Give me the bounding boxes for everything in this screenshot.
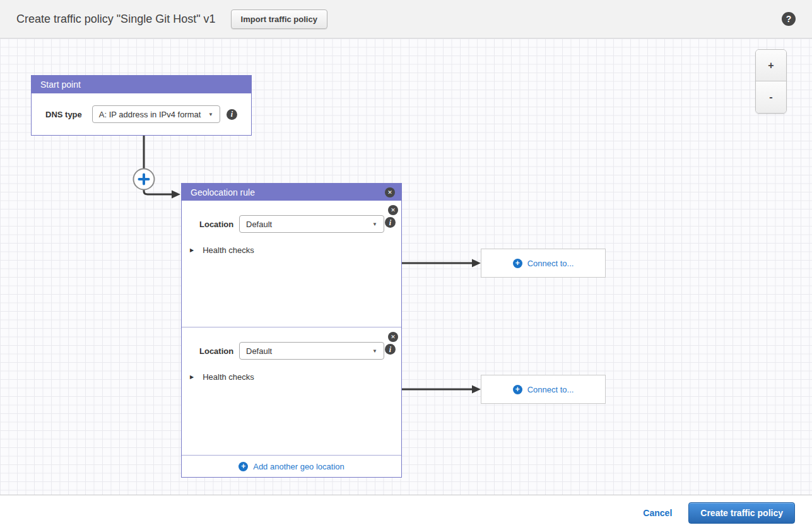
dns-type-select[interactable]: A: IP address in IPv4 format ▼ — [92, 105, 220, 123]
add-geo-location-button[interactable]: + Add another geo location — [182, 455, 401, 477]
connect-to-label: Connect to... — [527, 385, 574, 394]
geolocation-rule-header: Geolocation rule ✕ — [182, 184, 401, 201]
location-selected-value: Default — [246, 220, 272, 229]
plus-icon: + — [238, 462, 248, 471]
policy-editor-canvas: + - Start point DNS type A: IP address i… — [0, 38, 812, 495]
start-point-node: Start point DNS type A: IP address in IP… — [31, 75, 252, 136]
location-label: Location — [199, 220, 239, 229]
import-traffic-policy-button[interactable]: Import traffic policy — [231, 9, 327, 29]
remove-rule-icon[interactable]: ✕ — [385, 187, 395, 197]
connect-to-label: Connect to... — [527, 259, 574, 268]
geo-location-section: ✕ Location Default ▼ i ▶ Health checks — [182, 201, 401, 327]
health-checks-label: Health checks — [203, 372, 254, 382]
expander-triangle-icon: ▶ — [190, 247, 194, 253]
start-point-title: Start point — [40, 80, 81, 90]
add-geo-location-label: Add another geo location — [253, 462, 344, 471]
dns-type-info-icon[interactable]: i — [227, 109, 237, 120]
dns-type-selected-value: A: IP address in IPv4 format — [99, 110, 201, 119]
location-label: Location — [199, 346, 239, 356]
location-selected-value: Default — [246, 346, 272, 356]
chevron-down-icon: ▼ — [208, 112, 213, 117]
remove-location-icon[interactable]: ✕ — [388, 332, 398, 342]
zoom-in-button[interactable]: + — [756, 50, 786, 81]
plus-icon: + — [513, 385, 522, 394]
cancel-button[interactable]: Cancel — [643, 508, 672, 518]
location-select[interactable]: Default ▼ — [239, 215, 384, 233]
dns-type-label: DNS type — [45, 110, 82, 119]
help-icon[interactable]: ? — [782, 12, 796, 26]
remove-location-icon[interactable]: ✕ — [388, 205, 398, 215]
arrowhead-icon — [472, 259, 481, 268]
zoom-out-button[interactable]: - — [756, 81, 786, 113]
plus-icon: + — [513, 259, 522, 268]
health-checks-expander[interactable]: ▶ Health checks — [190, 372, 254, 382]
create-traffic-policy-button[interactable]: Create traffic policy — [688, 502, 795, 524]
add-rule-connector-button[interactable] — [134, 169, 155, 190]
geolocation-rule-node: Geolocation rule ✕ ✕ Location Default ▼ … — [181, 183, 402, 478]
arrowhead-icon — [472, 386, 481, 394]
connect-to-box[interactable]: + Connect to... — [481, 375, 606, 404]
expander-triangle-icon: ▶ — [190, 374, 194, 380]
health-checks-expander[interactable]: ▶ Health checks — [190, 245, 254, 255]
start-point-body: DNS type A: IP address in IPv4 format ▼ … — [32, 93, 251, 135]
canvas-zoom-control: + - — [755, 49, 787, 114]
location-select[interactable]: Default ▼ — [239, 342, 384, 360]
location-info-icon[interactable]: i — [385, 344, 396, 355]
chevron-down-icon: ▼ — [372, 221, 377, 227]
page-title: Create traffic policy "Single Git Host" … — [16, 13, 216, 26]
arrowhead-icon — [172, 191, 180, 199]
location-info-icon[interactable]: i — [385, 217, 396, 228]
connector-line — [144, 190, 172, 194]
geolocation-rule-title: Geolocation rule — [191, 187, 255, 197]
geo-location-section: ✕ Location Default ▼ i ▶ Health checks — [182, 327, 401, 455]
top-header-bar: Create traffic policy "Single Git Host" … — [0, 0, 812, 38]
start-point-header: Start point — [32, 76, 251, 93]
connect-to-box[interactable]: + Connect to... — [481, 249, 606, 278]
health-checks-label: Health checks — [203, 245, 254, 255]
bottom-action-bar: Cancel Create traffic policy — [0, 496, 812, 530]
chevron-down-icon: ▼ — [372, 348, 377, 354]
